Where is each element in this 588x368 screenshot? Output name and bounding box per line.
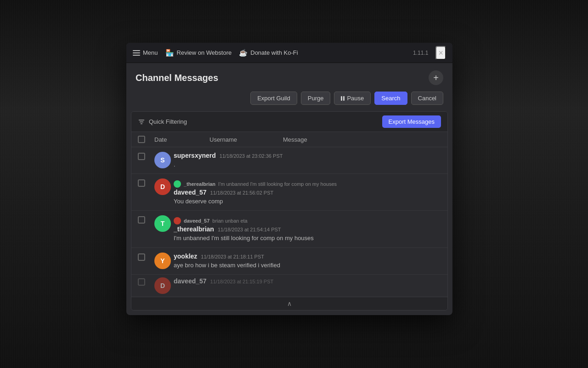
message-content: supersxynerd 11/18/2023 at 23:02:36 PST … [174,152,441,169]
header-area: Channel Messages + [126,63,452,85]
purge-button[interactable]: Purge [301,92,331,105]
page-title: Channel Messages [136,73,218,83]
message-text: You deserve comp [174,197,441,206]
message-username: daveed_57 [174,277,207,285]
reply-text: brian unban eta [212,218,247,224]
message-content: daveed_57 brian unban eta _therealbrian … [174,215,441,242]
message-list: S supersxynerd 11/18/2023 at 23:02:36 PS… [131,147,447,297]
export-guild-button[interactable]: Export Guild [250,92,297,105]
reply-avatar [174,180,181,188]
message-content: _therealbrian I'm unbanned I'm still loo… [174,178,441,206]
message-column-header: Message [283,136,441,143]
message-username: supersxynerd [174,152,216,159]
scroll-indicator: ∧ [131,297,447,310]
row-checkbox[interactable] [138,216,145,224]
avatar: Y [154,253,171,269]
message-username: yooklez [174,253,197,260]
select-all-checkbox[interactable] [138,136,145,143]
avatar: D [154,178,171,195]
table-row: T daveed_57 brian unban eta _therealbria… [131,211,447,247]
reply-context: daveed_57 brian unban eta [174,215,441,225]
table-row: D _therealbrian I'm unbanned I'm still l… [131,174,447,211]
menu-label: Menu [143,49,158,56]
message-text: . [174,161,441,169]
avatar-col: D [154,178,174,195]
row-checkbox[interactable] [138,278,145,286]
table-row: S supersxynerd 11/18/2023 at 23:02:36 PS… [131,147,447,174]
row-checkbox[interactable] [138,253,145,261]
table-header: Date Username Message [131,132,447,147]
message-content: yooklez 11/18/2023 at 21:18:11 PST aye b… [174,253,441,270]
webstore-icon: 🏪 [165,49,174,57]
reply-avatar [174,217,181,224]
donate-button[interactable]: ☕ Donate with Ko-Fi [239,49,298,57]
avatar-col: S [154,152,174,168]
menu-button[interactable]: Menu [133,49,158,56]
avatar: D [154,277,171,294]
avatar: S [154,152,171,168]
message-timestamp: 11/18/2023 at 21:56:02 PST [210,190,274,196]
message-header: _therealbrian 11/18/2023 at 21:54:14 PST [174,225,441,233]
message-text: aye bro how i be steam verified i verifi… [174,261,441,270]
avatar-col: D [154,277,174,294]
review-webstore-button[interactable]: 🏪 Review on Webstore [165,49,232,57]
reply-username: _therealbrian [184,181,215,187]
message-timestamp: 11/18/2023 at 21:15:19 PST [210,279,274,284]
quick-filter-left: Quick Filtering [138,118,187,126]
reply-text: I'm unbanned I'm still looking for comp … [218,181,337,187]
review-label: Review on Webstore [177,49,232,56]
avatar-col: Y [154,253,174,269]
message-timestamp: 11/18/2023 at 23:02:36 PST [220,153,283,159]
avatar-col: T [154,215,174,232]
quick-filter-bar: Quick Filtering Export Messages [131,112,447,132]
toolbar: Export Guild Purge Pause Search Cancel [126,85,452,111]
message-content: daveed_57 11/18/2023 at 21:15:19 PST [174,277,441,286]
message-text: I'm unbanned I'm still looking for comp … [174,234,441,242]
message-header: supersxynerd 11/18/2023 at 23:02:36 PST [174,152,441,159]
modal-window: Menu 🏪 Review on Webstore ☕ Donate with … [126,43,452,315]
reply-context: _therealbrian I'm unbanned I'm still loo… [174,178,441,189]
row-checkbox-col [138,178,154,187]
row-checkbox-col [138,152,154,160]
message-header: daveed_57 11/18/2023 at 21:15:19 PST [174,277,441,285]
message-header: yooklez 11/18/2023 at 21:18:11 PST [174,253,441,260]
message-header: daveed_57 11/18/2023 at 21:56:02 PST [174,189,441,196]
export-messages-button[interactable]: Export Messages [382,115,441,128]
filter-icon [138,118,145,126]
date-column-header: Date [154,136,209,143]
avatar: T [154,215,171,232]
row-checkbox-col [138,215,154,224]
version-label: 1.11.1 [413,50,428,56]
messages-container: Quick Filtering Export Messages Date Use… [131,111,448,310]
kofi-icon: ☕ [239,49,248,57]
pause-button[interactable]: Pause [334,92,371,105]
row-checkbox[interactable] [138,179,145,187]
message-timestamp: 11/18/2023 at 21:18:11 PST [201,254,264,259]
row-checkbox[interactable] [138,153,145,160]
cancel-button[interactable]: Cancel [411,92,443,105]
table-row: Y yooklez 11/18/2023 at 21:18:11 PST aye… [131,248,447,275]
scroll-up-icon[interactable]: ∧ [287,300,292,307]
title-bar: Menu 🏪 Review on Webstore ☕ Donate with … [126,43,452,63]
row-checkbox-col [138,253,154,261]
select-all-checkbox-col [138,136,154,143]
message-username: _therealbrian [174,225,214,233]
message-username: daveed_57 [174,189,207,196]
username-column-header: Username [209,136,283,143]
table-row: D daveed_57 11/18/2023 at 21:15:19 PST [131,275,447,297]
hamburger-icon [133,50,140,56]
reply-username: daveed_57 [184,218,209,224]
row-checkbox-col [138,277,154,286]
donate-label: Donate with Ko-Fi [250,49,298,56]
pause-icon [341,96,345,101]
close-button[interactable]: × [435,46,446,60]
add-channel-button[interactable]: + [429,70,443,85]
message-timestamp: 11/18/2023 at 21:54:14 PST [218,227,281,232]
search-button[interactable]: Search [374,92,407,105]
quick-filter-label: Quick Filtering [149,118,187,125]
